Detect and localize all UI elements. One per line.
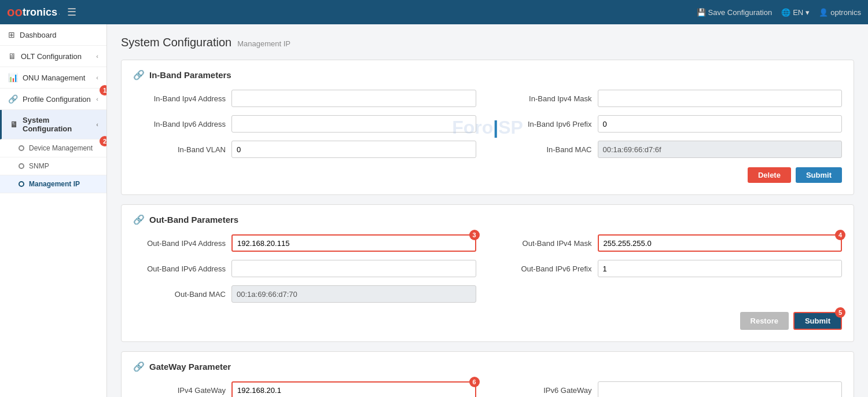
gateway-title: GateWay Parameter: [149, 362, 231, 372]
inband-ipv4-mask-row: In-Band Ipv4 Mask: [499, 90, 843, 107]
lang-label: EN: [793, 8, 803, 17]
gateway-ipv6-input[interactable]: [598, 381, 843, 397]
dashboard-icon: ⊞: [8, 30, 15, 39]
sidebar-item-dashboard[interactable]: ⊞ Dashboard: [0, 24, 106, 46]
hamburger-icon[interactable]: ☰: [67, 6, 76, 19]
save-config-label: Save Configuration: [708, 8, 773, 17]
save-config-btn[interactable]: 💾 Save Configuration: [697, 8, 773, 17]
outband-ipv4-mask-label: Out-Band IPv4 Mask: [499, 239, 592, 248]
inband-ipv6-addr-input[interactable]: [231, 115, 476, 133]
outband-title: Out-Band Parameters: [149, 215, 238, 225]
sysconfg-icon: 🖥: [10, 120, 18, 129]
inband-mac-input: [598, 141, 843, 158]
gateway-icon: 🔗: [133, 361, 145, 372]
inband-vlan-input[interactable]: [231, 141, 476, 158]
sidebar-profile-label: Profile Configuration: [23, 95, 91, 104]
sidebar-olt-label: OLT Configuration: [21, 52, 82, 61]
chevron-olt-icon: ‹: [96, 53, 98, 60]
subitem-device-label: Device Management: [29, 144, 93, 152]
sidebar-subitem-snmp[interactable]: SNMP: [0, 157, 106, 175]
layout: ⊞ Dashboard 🖥 OLT Configuration ‹ 📊 ONU …: [0, 24, 868, 397]
gateway-ipv6-row: IPv6 GateWay: [499, 381, 843, 397]
globe-icon: 🌐: [781, 8, 790, 17]
page-subtitle: Management IP: [237, 39, 290, 48]
outband-mac-row: Out-Band MAC: [133, 285, 476, 303]
page-header: System Configuration Management IP: [121, 36, 854, 49]
topnav: oo tronics . ☰ 💾 Save Configuration 🌐 EN…: [0, 0, 868, 24]
user-btn[interactable]: 👤 optronics: [819, 8, 861, 17]
sidebar-subitem-device-mgmt[interactable]: Device Management 2: [0, 139, 106, 157]
outband-mac-label: Out-Band MAC: [133, 290, 226, 299]
outband-ipv6-addr-label: Out-Band IPv6 Address: [133, 264, 226, 273]
annotation-badge-5: 5: [835, 307, 845, 318]
onu-icon: 📊: [8, 73, 18, 82]
outband-ipv6-prefix-input[interactable]: [598, 260, 843, 277]
outband-ipv4-addr-label: Out-Band IPv4 Address: [133, 239, 226, 248]
inband-submit-button[interactable]: Submit: [796, 167, 842, 183]
sidebar-item-onu[interactable]: 📊 ONU Management ‹: [0, 67, 106, 89]
outband-ipv6-prefix-row: Out-Band IPv6 Prefix: [499, 260, 843, 277]
inband-title: In-Band Parameters: [149, 70, 231, 80]
annotation-badge-4: 4: [835, 230, 845, 240]
outband-empty-row: [499, 285, 843, 303]
inband-ipv6-prefix-label: In-Band Ipv6 Prefix: [499, 120, 592, 128]
chevron-onu-icon: ‹: [96, 74, 98, 81]
outband-submit-button[interactable]: Submit: [793, 312, 842, 330]
inband-vlan-label: In-Band VLAN: [133, 145, 226, 154]
inband-ipv6-prefix-row: In-Band Ipv6 Prefix: [499, 115, 843, 133]
sidebar-item-sysconfg[interactable]: 🖥 System Configuration ‹: [0, 110, 106, 139]
inband-header: 🔗 In-Band Parameters: [133, 69, 842, 80]
outband-ipv6-addr-row: Out-Band IPv6 Address: [133, 260, 476, 277]
inband-ipv4-addr-input[interactable]: [231, 90, 476, 107]
page-title: System Configuration: [121, 36, 231, 49]
sidebar-item-profile[interactable]: 🔗 Profile Configuration 1 ‹: [0, 89, 106, 110]
language-btn[interactable]: 🌐 EN ▾: [781, 8, 810, 17]
circle-snmp-icon: [19, 163, 24, 169]
subitem-mgmtip-label: Management IP: [29, 180, 80, 188]
user-label: optronics: [830, 8, 861, 17]
gateway-ipv4-row: 6 IPv4 GateWay: [133, 381, 476, 397]
topnav-left: oo tronics . ☰: [7, 5, 76, 20]
profile-icon: 🔗: [8, 94, 18, 104]
logo-oo: oo: [7, 5, 23, 20]
outband-form: 3 Out-Band IPv4 Address 4 Out-Band IPv4 …: [133, 234, 842, 303]
inband-btn-row: Delete Submit: [133, 167, 842, 183]
outband-section: 🔗 Out-Band Parameters 3 Out-Band IPv4 Ad…: [121, 204, 854, 342]
chevron-profile-icon: ‹: [96, 95, 98, 102]
annotation-badge-1: 1: [100, 85, 107, 95]
gateway-form: 6 IPv4 GateWay IPv6 GateWay: [133, 381, 842, 397]
annotation-badge-6: 6: [469, 377, 480, 387]
sidebar-subitem-mgmt-ip[interactable]: Management IP: [0, 175, 106, 193]
circle-mgmtip-icon: [19, 181, 24, 187]
gateway-ipv6-label: IPv6 GateWay: [499, 386, 592, 395]
gateway-ipv4-label: IPv4 GateWay: [133, 386, 226, 395]
inband-ipv4-addr-label: In-Band Ipv4 Address: [133, 94, 226, 103]
save-icon: 💾: [697, 8, 706, 17]
inband-ipv6-addr-row: In-Band Ipv6 Address: [133, 115, 476, 133]
outband-icon: 🔗: [133, 214, 145, 225]
inband-ipv6-addr-label: In-Band Ipv6 Address: [133, 120, 226, 128]
inband-ipv4-mask-label: In-Band Ipv4 Mask: [499, 94, 592, 103]
inband-form: In-Band Ipv4 Address In-Band Ipv4 Mask I…: [133, 90, 842, 158]
inband-delete-button[interactable]: Delete: [748, 167, 791, 183]
gateway-ipv4-input[interactable]: [231, 381, 476, 397]
gateway-header: 🔗 GateWay Parameter: [133, 361, 842, 372]
outband-ipv4-addr-row: 3 Out-Band IPv4 Address: [133, 234, 476, 252]
user-icon: 👤: [819, 8, 828, 17]
outband-ipv4-mask-row: 4 Out-Band IPv4 Mask: [499, 234, 843, 252]
inband-mac-label: In-Band MAC: [499, 145, 592, 154]
outband-restore-button[interactable]: Restore: [740, 312, 789, 330]
olt-icon: 🖥: [8, 52, 16, 61]
subitem-snmp-label: SNMP: [29, 162, 49, 170]
inband-ipv6-prefix-input[interactable]: [598, 115, 843, 133]
outband-ipv4-addr-input[interactable]: [231, 234, 476, 252]
annotation-badge-2: 2: [100, 136, 107, 146]
inband-icon: 🔗: [133, 69, 145, 80]
sidebar-item-olt[interactable]: 🖥 OLT Configuration ‹: [0, 46, 106, 67]
inband-ipv4-mask-input[interactable]: [598, 90, 843, 107]
inband-ipv4-addr-row: In-Band Ipv4 Address: [133, 90, 476, 107]
outband-ipv6-addr-input[interactable]: [231, 260, 476, 277]
outband-btn-row: 5 Restore Submit: [133, 312, 842, 330]
logo-dot: .: [58, 9, 60, 16]
outband-ipv4-mask-input[interactable]: [598, 234, 843, 252]
